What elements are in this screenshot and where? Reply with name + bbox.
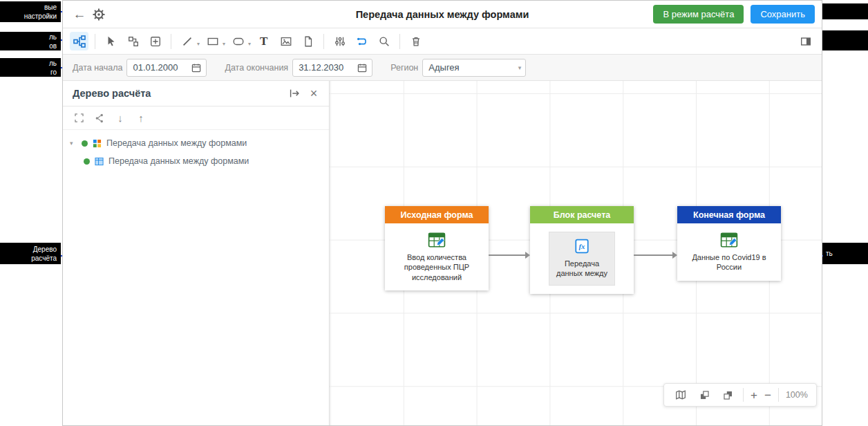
select-tool-button[interactable] [102,32,120,50]
expand-right-icon [288,87,301,100]
region-select[interactable]: Адыгея ▾ [422,59,526,77]
annotation-text: ть [826,249,833,258]
annotation-save [820,3,868,19]
annotation-filters: ль го [0,58,61,77]
connector-flow-icon [356,35,368,48]
header: ← [63,1,822,28]
annotation-settings: вые настройки [0,1,61,22]
line-icon [181,35,194,48]
rectangle-icon [207,35,219,48]
bring-front-icon [699,389,710,401]
calendar-icon[interactable] [191,62,202,73]
panel-close-button[interactable]: × [304,84,323,103]
diagram-canvas[interactable]: Исходная форма Ввод количества проведенн… [330,81,822,425]
header-buttons: В режим расчёта Сохранить [653,5,815,24]
region-label: Регион [390,63,418,73]
node-tool-button[interactable] [124,32,142,50]
annotation-canvas: ть [822,243,868,264]
rectangle-tool-button[interactable] [203,32,222,50]
toolbar-separator [399,34,400,49]
node-source-form[interactable]: Исходная форма Ввод количества проведенн… [385,206,489,290]
bring-front-button[interactable] [696,387,713,403]
chevron-down-icon[interactable]: ▾ [197,41,200,47]
table-icon [95,157,104,166]
panel-expand-button[interactable] [285,84,304,103]
hierarchy-button[interactable] [91,109,108,127]
settings-button[interactable] [89,5,108,24]
tree-item-child[interactable]: Передача данных между формами [63,152,329,170]
flow-mode-button[interactable] [70,32,88,50]
annotation-text: ль [49,59,57,68]
rounded-rect-tool-button[interactable] [229,32,247,50]
map-icon [674,389,687,401]
controls-separator [778,388,779,402]
zoom-level: 100% [786,390,808,400]
search-icon [378,35,390,48]
move-up-button[interactable]: ↑ [132,109,150,127]
image-tool-button[interactable] [276,32,295,50]
sliders-icon [334,35,346,48]
node-header: Исходная форма [385,206,489,223]
edge-connector[interactable] [489,254,526,256]
trash-icon [410,35,422,48]
flow-tree-icon [73,35,86,48]
minimap-button[interactable] [672,387,689,403]
tune-settings-button[interactable] [330,32,349,50]
svg-text:fx: fx [578,242,585,250]
text-tool-button[interactable]: T [254,32,273,50]
delete-button[interactable] [406,32,425,50]
tree-expand-caret[interactable]: ▾ [70,140,77,147]
add-block-button[interactable] [146,32,164,50]
share-tree-icon [94,113,105,124]
send-back-icon [722,389,734,401]
panel-toggle-icon [800,35,812,48]
calc-mode-button[interactable]: В режим расчёта [653,5,744,24]
panel-toggle-button[interactable] [796,32,815,50]
calendar-icon[interactable] [357,62,368,73]
annotation-text: ов [49,41,57,50]
search-button[interactable] [375,32,393,50]
send-back-button[interactable] [719,387,736,403]
calc-tree-panel: Дерево расчёта × [63,81,330,425]
rounded-rect-icon [232,35,245,48]
end-date-label: Дата окончания [225,63,288,73]
tree-item-label: Передача данных между формами [108,156,249,166]
corner-brackets-icon [73,112,85,124]
zoom-in-button[interactable]: + [751,389,757,401]
connections-button[interactable] [352,32,371,50]
chevron-down-icon[interactable]: ▾ [223,41,225,47]
modules-icon [93,139,102,148]
text-tool-icon: T [260,35,267,48]
annotation-tree: Дерево расчёта [0,243,61,264]
annotation-panel-toggle [820,30,868,50]
node-final-form[interactable]: Конечная форма Данные по Covid19 в Росси… [677,206,781,281]
chevron-down-icon: ▾ [518,64,522,71]
annotation-text: го [50,68,57,77]
inner-block[interactable]: fx Передача данных между [549,232,615,286]
move-down-button[interactable]: ↓ [111,109,129,127]
edge-connector[interactable] [634,254,673,256]
save-button[interactable]: Сохранить [751,5,815,24]
tree-item-root[interactable]: ▾ Передача данных между формами [63,134,329,152]
annotation-text: вые [44,3,57,12]
start-date-input[interactable]: 01.01.2000 [126,59,207,77]
chevron-down-icon[interactable]: ▾ [248,41,251,47]
end-date-input[interactable]: 31.12.2030 [292,59,372,77]
arrowhead-icon [672,252,677,259]
page-title: Передача данных между формами [356,9,529,20]
frame-select-button[interactable] [70,109,88,127]
document-tool-button[interactable] [299,32,317,50]
annotation-text: Дерево [33,245,57,254]
status-dot [84,158,90,165]
zoom-out-button[interactable]: − [764,389,771,401]
back-button[interactable]: ← [70,5,89,24]
region-value: Адыгея [428,62,459,73]
form-table-icon [428,232,446,248]
image-icon [280,35,292,48]
panel-title: Дерево расчёта [73,88,285,99]
tree-item-label: Передача данных между формами [106,138,247,148]
main-area: Дерево расчёта × [63,81,822,425]
node-calc-block[interactable]: Блок расчета fx Передача данных между [530,206,634,294]
line-tool-button[interactable] [178,32,196,50]
canvas-controls: + − 100% [663,383,817,407]
